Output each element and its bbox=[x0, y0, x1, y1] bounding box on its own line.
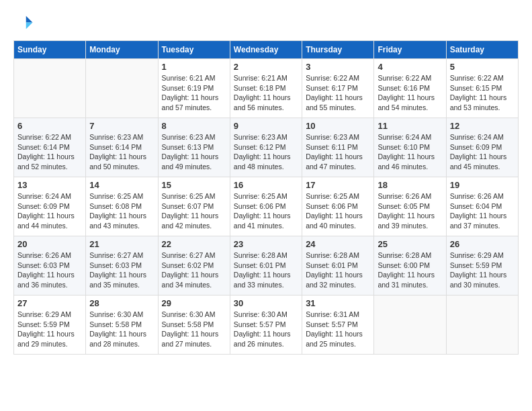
day-info: Sunrise: 6:23 AM Sunset: 6:13 PM Dayligh… bbox=[162, 132, 226, 172]
day-number: 4 bbox=[378, 62, 442, 72]
day-number: 24 bbox=[306, 239, 370, 249]
day-info: Sunrise: 6:23 AM Sunset: 6:14 PM Dayligh… bbox=[89, 132, 154, 172]
day-info: Sunrise: 6:22 AM Sunset: 6:14 PM Dayligh… bbox=[17, 132, 82, 172]
day-info: Sunrise: 6:30 AM Sunset: 5:58 PM Dayligh… bbox=[162, 310, 226, 349]
day-info: Sunrise: 6:21 AM Sunset: 6:19 PM Dayligh… bbox=[162, 73, 226, 113]
day-number: 5 bbox=[450, 62, 515, 72]
day-info: Sunrise: 6:24 AM Sunset: 6:09 PM Dayligh… bbox=[450, 132, 515, 172]
day-info: Sunrise: 6:26 AM Sunset: 6:04 PM Dayligh… bbox=[450, 191, 515, 231]
calendar-cell: 30Sunrise: 6:30 AM Sunset: 5:57 PM Dayli… bbox=[230, 295, 302, 355]
calendar-week-row: 1Sunrise: 6:21 AM Sunset: 6:19 PM Daylig… bbox=[14, 59, 519, 118]
day-info: Sunrise: 6:28 AM Sunset: 6:01 PM Dayligh… bbox=[234, 250, 298, 290]
day-info: Sunrise: 6:24 AM Sunset: 6:09 PM Dayligh… bbox=[17, 191, 82, 231]
day-info: Sunrise: 6:31 AM Sunset: 5:57 PM Dayligh… bbox=[306, 310, 370, 349]
day-number: 26 bbox=[450, 239, 515, 249]
svg-marker-0 bbox=[26, 16, 33, 23]
calendar-cell: 24Sunrise: 6:28 AM Sunset: 6:01 PM Dayli… bbox=[302, 236, 374, 295]
day-info: Sunrise: 6:25 AM Sunset: 6:06 PM Dayligh… bbox=[234, 191, 298, 231]
calendar-table: SundayMondayTuesdayWednesdayThursdayFrid… bbox=[13, 40, 519, 355]
day-number: 20 bbox=[17, 239, 82, 249]
day-number: 18 bbox=[378, 180, 442, 190]
calendar-cell: 4Sunrise: 6:22 AM Sunset: 6:16 PM Daylig… bbox=[374, 59, 446, 118]
day-number: 17 bbox=[306, 180, 370, 190]
day-number: 8 bbox=[162, 121, 226, 131]
weekday-header: Tuesday bbox=[158, 41, 230, 59]
day-info: Sunrise: 6:28 AM Sunset: 6:01 PM Dayligh… bbox=[306, 250, 370, 290]
calendar-week-row: 27Sunrise: 6:29 AM Sunset: 5:59 PM Dayli… bbox=[14, 295, 519, 355]
day-number: 3 bbox=[306, 62, 370, 72]
calendar-cell: 25Sunrise: 6:28 AM Sunset: 6:00 PM Dayli… bbox=[374, 236, 446, 295]
calendar-cell: 2Sunrise: 6:21 AM Sunset: 6:18 PM Daylig… bbox=[230, 59, 302, 118]
day-info: Sunrise: 6:25 AM Sunset: 6:06 PM Dayligh… bbox=[306, 191, 370, 231]
calendar-header-row: SundayMondayTuesdayWednesdayThursdayFrid… bbox=[14, 41, 519, 59]
calendar-cell: 23Sunrise: 6:28 AM Sunset: 6:01 PM Dayli… bbox=[230, 236, 302, 295]
calendar-cell: 9Sunrise: 6:23 AM Sunset: 6:12 PM Daylig… bbox=[230, 118, 302, 177]
day-info: Sunrise: 6:21 AM Sunset: 6:18 PM Dayligh… bbox=[234, 73, 298, 113]
day-info: Sunrise: 6:22 AM Sunset: 6:15 PM Dayligh… bbox=[450, 73, 515, 113]
calendar-week-row: 13Sunrise: 6:24 AM Sunset: 6:09 PM Dayli… bbox=[14, 177, 519, 236]
calendar-cell: 3Sunrise: 6:22 AM Sunset: 6:17 PM Daylig… bbox=[302, 59, 374, 118]
day-number: 10 bbox=[306, 121, 370, 131]
day-number: 25 bbox=[378, 239, 442, 249]
calendar-cell: 29Sunrise: 6:30 AM Sunset: 5:58 PM Dayli… bbox=[158, 295, 230, 355]
calendar-cell: 5Sunrise: 6:22 AM Sunset: 6:15 PM Daylig… bbox=[446, 59, 518, 118]
day-number: 11 bbox=[378, 121, 442, 131]
day-info: Sunrise: 6:26 AM Sunset: 6:05 PM Dayligh… bbox=[378, 191, 442, 231]
day-info: Sunrise: 6:22 AM Sunset: 6:16 PM Dayligh… bbox=[378, 73, 442, 113]
calendar-cell: 28Sunrise: 6:30 AM Sunset: 5:58 PM Dayli… bbox=[86, 295, 158, 355]
day-number: 9 bbox=[234, 121, 298, 131]
weekday-header: Monday bbox=[86, 41, 158, 59]
day-info: Sunrise: 6:30 AM Sunset: 5:57 PM Dayligh… bbox=[234, 310, 298, 349]
day-number: 1 bbox=[162, 62, 226, 72]
day-number: 7 bbox=[89, 121, 154, 131]
day-number: 23 bbox=[234, 239, 298, 249]
day-number: 6 bbox=[17, 121, 82, 131]
weekday-header: Saturday bbox=[446, 41, 518, 59]
calendar-cell: 8Sunrise: 6:23 AM Sunset: 6:13 PM Daylig… bbox=[158, 118, 230, 177]
logo-icon bbox=[13, 13, 34, 34]
day-info: Sunrise: 6:25 AM Sunset: 6:08 PM Dayligh… bbox=[89, 191, 154, 231]
calendar-cell: 27Sunrise: 6:29 AM Sunset: 5:59 PM Dayli… bbox=[14, 295, 86, 355]
weekday-header: Friday bbox=[374, 41, 446, 59]
page-header bbox=[13, 13, 519, 34]
day-number: 27 bbox=[17, 298, 82, 308]
day-info: Sunrise: 6:26 AM Sunset: 6:03 PM Dayligh… bbox=[17, 250, 82, 290]
day-info: Sunrise: 6:29 AM Sunset: 5:59 PM Dayligh… bbox=[17, 310, 82, 349]
calendar-cell bbox=[14, 59, 86, 118]
calendar-cell: 13Sunrise: 6:24 AM Sunset: 6:09 PM Dayli… bbox=[14, 177, 86, 236]
calendar-week-row: 6Sunrise: 6:22 AM Sunset: 6:14 PM Daylig… bbox=[14, 118, 519, 177]
calendar-cell: 15Sunrise: 6:25 AM Sunset: 6:07 PM Dayli… bbox=[158, 177, 230, 236]
weekday-header: Wednesday bbox=[230, 41, 302, 59]
day-number: 12 bbox=[450, 121, 515, 131]
calendar-week-row: 20Sunrise: 6:26 AM Sunset: 6:03 PM Dayli… bbox=[14, 236, 519, 295]
calendar-cell: 17Sunrise: 6:25 AM Sunset: 6:06 PM Dayli… bbox=[302, 177, 374, 236]
calendar-cell bbox=[374, 295, 446, 355]
day-number: 28 bbox=[89, 298, 154, 308]
weekday-header: Sunday bbox=[14, 41, 86, 59]
weekday-header: Thursday bbox=[302, 41, 374, 59]
calendar-cell: 7Sunrise: 6:23 AM Sunset: 6:14 PM Daylig… bbox=[86, 118, 158, 177]
day-info: Sunrise: 6:30 AM Sunset: 5:58 PM Dayligh… bbox=[89, 310, 154, 349]
calendar-cell: 6Sunrise: 6:22 AM Sunset: 6:14 PM Daylig… bbox=[14, 118, 86, 177]
day-info: Sunrise: 6:27 AM Sunset: 6:03 PM Dayligh… bbox=[89, 250, 154, 290]
day-number: 13 bbox=[17, 180, 82, 190]
day-number: 16 bbox=[234, 180, 298, 190]
day-info: Sunrise: 6:28 AM Sunset: 6:00 PM Dayligh… bbox=[378, 250, 442, 290]
day-number: 14 bbox=[89, 180, 154, 190]
day-number: 29 bbox=[162, 298, 226, 308]
calendar-cell: 22Sunrise: 6:27 AM Sunset: 6:02 PM Dayli… bbox=[158, 236, 230, 295]
calendar-cell: 14Sunrise: 6:25 AM Sunset: 6:08 PM Dayli… bbox=[86, 177, 158, 236]
calendar-cell: 21Sunrise: 6:27 AM Sunset: 6:03 PM Dayli… bbox=[86, 236, 158, 295]
calendar-cell: 20Sunrise: 6:26 AM Sunset: 6:03 PM Dayli… bbox=[14, 236, 86, 295]
calendar-cell: 18Sunrise: 6:26 AM Sunset: 6:05 PM Dayli… bbox=[374, 177, 446, 236]
day-number: 19 bbox=[450, 180, 515, 190]
day-number: 2 bbox=[234, 62, 298, 72]
day-info: Sunrise: 6:23 AM Sunset: 6:11 PM Dayligh… bbox=[306, 132, 370, 172]
calendar-cell bbox=[446, 295, 518, 355]
day-info: Sunrise: 6:29 AM Sunset: 5:59 PM Dayligh… bbox=[450, 250, 515, 290]
calendar-cell: 19Sunrise: 6:26 AM Sunset: 6:04 PM Dayli… bbox=[446, 177, 518, 236]
day-info: Sunrise: 6:24 AM Sunset: 6:10 PM Dayligh… bbox=[378, 132, 442, 172]
day-number: 31 bbox=[306, 298, 370, 308]
day-number: 15 bbox=[162, 180, 226, 190]
calendar-cell: 1Sunrise: 6:21 AM Sunset: 6:19 PM Daylig… bbox=[158, 59, 230, 118]
